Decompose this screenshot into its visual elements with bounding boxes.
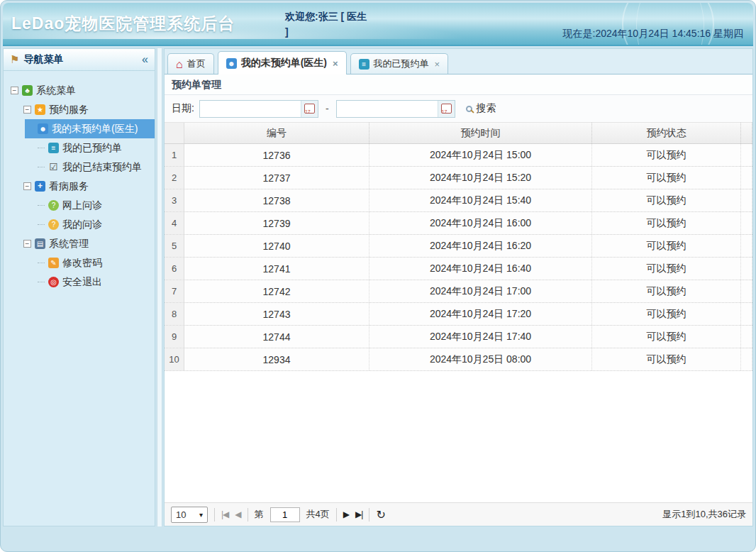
tree-item-my-consult[interactable]: ? 我的问诊	[4, 215, 155, 234]
date-from-calendar-button[interactable]: 17	[301, 101, 318, 117]
table-row[interactable]: 7 12742 2024年10月24日 17:00 可以预约	[165, 280, 752, 303]
record-summary: 显示1到10,共36记录	[662, 508, 746, 521]
table-row[interactable]: 1 12736 2024年10月24日 15:00 可以预约	[165, 144, 752, 167]
cell-status: 可以预约	[592, 212, 741, 234]
search-toolbar: 日期: 17 - 17 搜索	[165, 95, 752, 123]
page-size-select[interactable]: 10 ▾	[171, 507, 208, 523]
table-header: 编号 预约时间 预约状态	[165, 123, 752, 144]
collapse-sidebar-icon[interactable]: «	[142, 54, 148, 65]
column-header-status[interactable]: 预约状态	[592, 123, 741, 143]
date-from-input[interactable]	[200, 101, 301, 117]
column-header-id[interactable]: 编号	[184, 123, 369, 143]
cell-time: 2024年10月24日 15:00	[369, 144, 592, 166]
page-size-value: 10	[176, 509, 186, 520]
tab-my-reserved-orders[interactable]: ≡ 我的已预约单 ×	[350, 53, 449, 74]
expand-toggle-icon[interactable]: −	[23, 106, 31, 114]
cell-status: 可以预约	[592, 189, 741, 211]
date-to-input[interactable]	[337, 101, 438, 117]
welcome-text: 欢迎您:张三 [ 医生 ]	[285, 9, 372, 40]
cell-time: 2024年10月24日 16:40	[369, 258, 592, 280]
tree-item-system-menu[interactable]: − ♣ 系统菜单	[4, 81, 155, 100]
tree-item-change-password[interactable]: ✎ 修改密码	[4, 253, 155, 272]
column-header-time[interactable]: 预约时间	[369, 123, 592, 143]
date-label: 日期:	[172, 102, 194, 115]
table-row[interactable]: 5 12740 2024年10月24日 16:20 可以预约	[165, 235, 752, 258]
expand-toggle-icon[interactable]: −	[11, 87, 18, 94]
table-row[interactable]: 6 12741 2024年10月24日 16:40 可以预约	[165, 258, 752, 280]
total-pages-label: 共4页	[306, 508, 330, 521]
cell-time: 2024年10月24日 17:40	[369, 326, 592, 348]
close-tab-icon[interactable]: ×	[333, 58, 338, 69]
expand-toggle-icon[interactable]: −	[23, 240, 31, 248]
app-title: LeDao宠物医院管理系统后台	[11, 13, 235, 35]
doctor-icon: ☻	[38, 123, 48, 134]
page-number-input[interactable]	[270, 507, 300, 522]
table-row[interactable]: 9 12744 2024年10月24日 17:40 可以预约	[165, 326, 752, 348]
tree-connector	[38, 148, 45, 148]
page-prefix-label: 第	[255, 508, 264, 521]
expand-toggle-icon[interactable]: −	[23, 182, 31, 190]
table-empty-area	[165, 371, 752, 502]
tree-item-system-management[interactable]: − ▤ 系统管理	[4, 234, 155, 253]
search-icon	[466, 106, 472, 112]
online-consult-icon: ?	[48, 200, 59, 211]
tab-my-unreserved-orders[interactable]: ☻ 我的未预约单(医生) ×	[218, 51, 347, 74]
table-row[interactable]: 2 12737 2024年10月24日 15:20 可以预约	[165, 167, 752, 189]
table-row[interactable]: 3 12738 2024年10月24日 15:40 可以预约	[165, 189, 752, 212]
window-frame: LeDao宠物医院管理系统后台 欢迎您:张三 [ 医生 ] 现在是:2024年1…	[0, 0, 756, 552]
tree-item-label: 看病服务	[49, 180, 89, 193]
cell-time: 2024年10月25日 08:00	[369, 348, 592, 370]
tree-item-reservation-service[interactable]: − ★ 预约服务	[4, 100, 155, 119]
tree-item-my-reserved-orders[interactable]: ≡ 我的已预约单	[4, 138, 155, 158]
tree-item-label: 网上问诊	[62, 199, 102, 212]
cell-id: 12934	[184, 348, 369, 370]
date-to-calendar-button[interactable]: 17	[438, 101, 455, 117]
cell-id: 12742	[184, 280, 369, 302]
pager-divider	[248, 508, 248, 521]
refresh-icon[interactable]: ↻	[376, 508, 385, 521]
cell-filler	[741, 167, 752, 189]
tree-item-label: 系统管理	[49, 238, 89, 250]
signpost-icon: ⚑	[10, 53, 19, 66]
edit-password-icon: ✎	[48, 258, 59, 268]
main-panel: ⌂ 首页 ☻ 我的未预约单(医生) × ≡ 我的已预约单 × 预约单管理 日期:…	[164, 48, 753, 526]
doctor-icon: ☻	[226, 58, 237, 69]
panel-title: 预约单管理	[165, 74, 752, 95]
next-page-button[interactable]: ▶	[343, 509, 349, 519]
cell-filler	[741, 144, 752, 166]
cell-status: 可以预约	[592, 144, 741, 166]
prev-page-button[interactable]: ◀	[235, 509, 240, 519]
monitor-icon: ▤	[35, 238, 45, 249]
tree-item-my-finished-orders[interactable]: ☑ 我的已结束预约单	[4, 158, 155, 177]
first-page-button[interactable]: |◀	[221, 509, 228, 519]
tree-item-label: 系统菜单	[36, 84, 76, 97]
tree-item-label: 修改密码	[62, 257, 102, 270]
cell-time: 2024年10月24日 16:00	[369, 212, 592, 234]
date-to-box: 17	[336, 100, 455, 118]
tree-connector	[38, 263, 45, 263]
cell-id: 12737	[184, 167, 369, 189]
pager-divider	[214, 508, 215, 521]
row-number-header	[165, 123, 184, 143]
tree-item-medical-service[interactable]: − + 看病服务	[4, 177, 155, 196]
sidebar-splitter[interactable]	[157, 48, 162, 526]
cell-filler	[741, 348, 752, 370]
tab-home[interactable]: ⌂ 首页	[167, 53, 214, 74]
tree-item-safe-logout[interactable]: ◎ 安全退出	[4, 272, 155, 292]
table-row[interactable]: 4 12739 2024年10月24日 16:00 可以预约	[165, 212, 752, 235]
cell-time: 2024年10月24日 17:20	[369, 303, 592, 325]
tree-item-my-unreserved-orders[interactable]: ☻ 我的未预约单(医生)	[25, 119, 155, 138]
last-page-button[interactable]: ▶|	[355, 509, 362, 519]
pager-divider	[369, 508, 369, 521]
cell-status: 可以预约	[592, 348, 741, 370]
table-row[interactable]: 10 12934 2024年10月25日 08:00 可以预约	[165, 348, 752, 371]
tree-item-online-consult[interactable]: ? 网上问诊	[4, 196, 155, 215]
search-label: 搜索	[477, 102, 496, 115]
tab-bar: ⌂ 首页 ☻ 我的未预约单(医生) × ≡ 我的已预约单 ×	[165, 49, 752, 74]
search-button[interactable]: 搜索	[466, 102, 496, 115]
cell-id: 12740	[184, 235, 369, 257]
cell-status: 可以预约	[592, 303, 741, 325]
close-tab-icon[interactable]: ×	[435, 59, 440, 70]
tree-connector	[38, 282, 45, 282]
table-row[interactable]: 8 12743 2024年10月24日 17:20 可以预约	[165, 303, 752, 326]
